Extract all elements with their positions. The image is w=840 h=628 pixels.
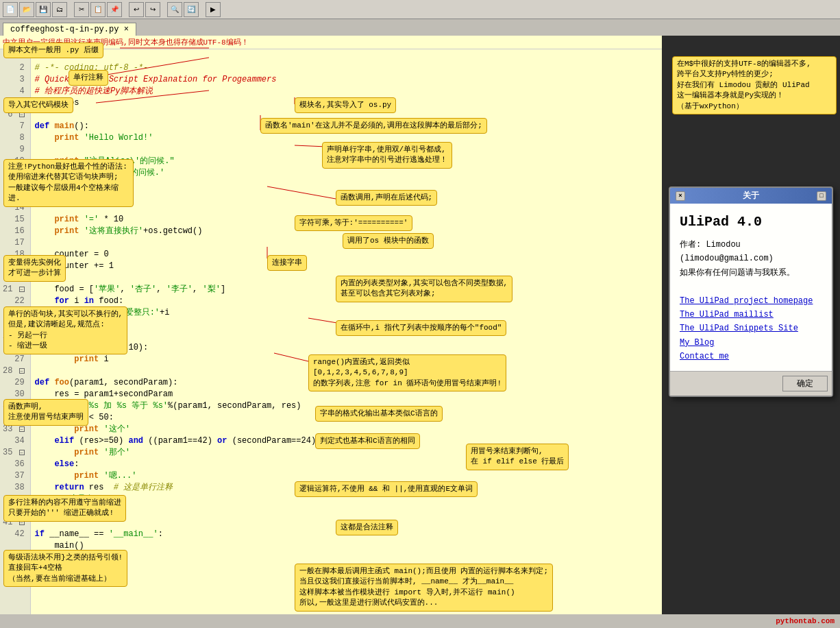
line-11: 11 bbox=[3, 167, 27, 179]
code-text[interactable]: # -*- coding: utf-8 -*- # Quick Pytohn S… bbox=[31, 49, 662, 628]
line-38: 38 bbox=[3, 482, 27, 494]
collapse-25[interactable]: − bbox=[19, 333, 25, 339]
line27-blank bbox=[35, 366, 40, 376]
line33-cond3: (secondParam==24)): bbox=[227, 436, 326, 446]
line14-print: print bbox=[54, 215, 79, 224]
collapse-28[interactable]: − bbox=[19, 368, 25, 374]
active-tab[interactable]: coffeeghost-q-in-py.py × bbox=[3, 23, 136, 36]
collapse-6[interactable]: − bbox=[19, 112, 25, 117]
link-maillist[interactable]: The UliPad maillist bbox=[680, 308, 822, 322]
find-button[interactable]: 🔍 bbox=[167, 2, 182, 17]
line36-str: '嗯...' bbox=[99, 471, 136, 481]
line-5: 5 bbox=[3, 97, 27, 109]
line-8: 8 bbox=[3, 132, 27, 144]
line-3: 3 bbox=[3, 74, 27, 86]
line22-i: +i bbox=[160, 308, 169, 317]
ok-button[interactable]: 确定 bbox=[782, 376, 828, 391]
replace-button[interactable]: 🔄 bbox=[184, 2, 199, 17]
close-icon[interactable]: × bbox=[676, 191, 685, 201]
line30-args: %(param1, secondParam, res) bbox=[168, 401, 301, 411]
line-19: 19 bbox=[3, 261, 27, 272]
new-button[interactable]: 📄 bbox=[3, 2, 18, 17]
redo-button[interactable]: ↪ bbox=[145, 2, 160, 17]
save-button[interactable]: 💾 bbox=[36, 2, 51, 17]
line-21: 21 − bbox=[3, 284, 27, 295]
right-panel: 在M$中很好的支持UTF-8的编辑器不多, 跨平台又支持Py特性的更少; 好在我… bbox=[662, 36, 840, 628]
collapse-31[interactable]: − bbox=[19, 403, 25, 409]
line-1: 1 bbox=[3, 51, 27, 62]
line35-indent bbox=[35, 459, 55, 469]
line28-def: def bbox=[35, 378, 50, 387]
line-18: 18 bbox=[3, 249, 27, 261]
line-37: 37 bbox=[3, 470, 27, 482]
app-name: UliPad 4.0 bbox=[680, 210, 822, 234]
line28-args: (param1, secondParam): bbox=[69, 378, 177, 387]
line36-indent bbox=[35, 471, 75, 481]
line26-i: i bbox=[99, 354, 108, 364]
collapse-33[interactable]: − bbox=[19, 426, 25, 432]
line-31: 31 − bbox=[3, 400, 27, 412]
line34-print: print bbox=[74, 448, 99, 457]
line-17: 17 bbox=[3, 237, 27, 249]
line31-if: if bbox=[54, 413, 64, 422]
copy-button[interactable]: 📋 bbox=[90, 2, 106, 17]
line33-indent bbox=[35, 436, 55, 446]
line-28: 28 − bbox=[3, 365, 27, 377]
collapse-21[interactable]: − bbox=[19, 287, 25, 292]
collapse-41[interactable]: − bbox=[19, 520, 25, 525]
line39-str: 行注释......''' bbox=[35, 506, 104, 516]
line37-return: return bbox=[54, 483, 84, 492]
undo-button[interactable]: ↩ bbox=[129, 2, 144, 17]
link-snippets[interactable]: The UliPad Snippets Site bbox=[680, 322, 822, 335]
collapse-35[interactable]: − bbox=[19, 450, 25, 455]
line34-str: '那个' bbox=[99, 448, 130, 457]
line15-fn: +os.getcwd() bbox=[143, 226, 202, 236]
link-blog[interactable]: My Blog bbox=[680, 336, 822, 350]
line28-fn: foo bbox=[49, 378, 69, 387]
about-titlebar: × 关于 □ bbox=[670, 188, 832, 204]
code-body: 1 2 3 4 5 6 − 7 8 9 10 11 12 13 14 15 16… bbox=[0, 49, 662, 628]
open-button[interactable]: 📂 bbox=[19, 2, 34, 17]
line25-in: in bbox=[84, 343, 94, 352]
line24-print: print bbox=[54, 331, 79, 341]
toolbar: 📄 📂 💾 🗂 ✂ 📋 📌 ↩ ↪ 🔍 🔄 ▶ bbox=[0, 0, 840, 19]
line5-blank bbox=[35, 110, 40, 119]
line-32: 32 bbox=[3, 412, 27, 424]
line32-indent bbox=[35, 424, 75, 434]
line3-code: # 给程序员的超快速Py脚本解说 bbox=[35, 86, 153, 96]
line14-str: '=' bbox=[79, 215, 99, 224]
cut-button[interactable]: ✂ bbox=[74, 2, 89, 17]
line37-indent bbox=[35, 483, 55, 492]
line33-or: or bbox=[217, 436, 227, 446]
line6-fn: main bbox=[49, 121, 74, 131]
line33-and: and bbox=[128, 436, 143, 446]
line25-i: i bbox=[69, 343, 84, 352]
line-24: 24 bbox=[3, 319, 27, 330]
tabbar: coffeeghost-q-in-py.py × bbox=[0, 19, 840, 36]
link-homepage[interactable]: The UliPad project homepage bbox=[680, 294, 822, 308]
link-contact[interactable]: Contact me bbox=[680, 350, 822, 363]
code-editor[interactable]: 中文用户一定得先用这行来声明编码,同时文本身也得存储成UTF-8编码！ 1 2 … bbox=[0, 36, 662, 628]
line-33: 33 − bbox=[3, 424, 27, 435]
line14-op: * 10 bbox=[99, 215, 123, 224]
line25-indent bbox=[35, 343, 55, 352]
line36-print: print bbox=[74, 471, 99, 481]
line30-str: '%s 加 %s 等于 %s' bbox=[79, 401, 168, 411]
line-numbers: 1 2 3 4 5 6 − 7 8 9 10 11 12 13 14 15 16… bbox=[0, 49, 31, 628]
line21-for: for bbox=[54, 296, 69, 306]
line4-mod: os bbox=[64, 98, 79, 108]
maximize-icon[interactable]: □ bbox=[817, 191, 826, 201]
run-button[interactable]: ▶ bbox=[206, 2, 221, 17]
line-6: 6 − bbox=[3, 109, 27, 121]
line7-str: 'Hello World!' bbox=[79, 133, 153, 143]
line-36: 36 bbox=[3, 459, 27, 470]
line15-print: print bbox=[54, 226, 79, 236]
line-15: 15 bbox=[3, 214, 27, 226]
line41-col: : bbox=[158, 529, 163, 539]
line-26: 26 bbox=[3, 342, 27, 354]
line30-indent bbox=[35, 401, 55, 411]
paste-button[interactable]: 📌 bbox=[107, 2, 122, 17]
right-top-note: 在M$中很好的支持UTF-8的编辑器不多, 跨平台又支持Py特性的更少; 好在我… bbox=[672, 56, 837, 114]
line35-col: : bbox=[74, 459, 79, 469]
save-all-button[interactable]: 🗂 bbox=[52, 2, 67, 17]
